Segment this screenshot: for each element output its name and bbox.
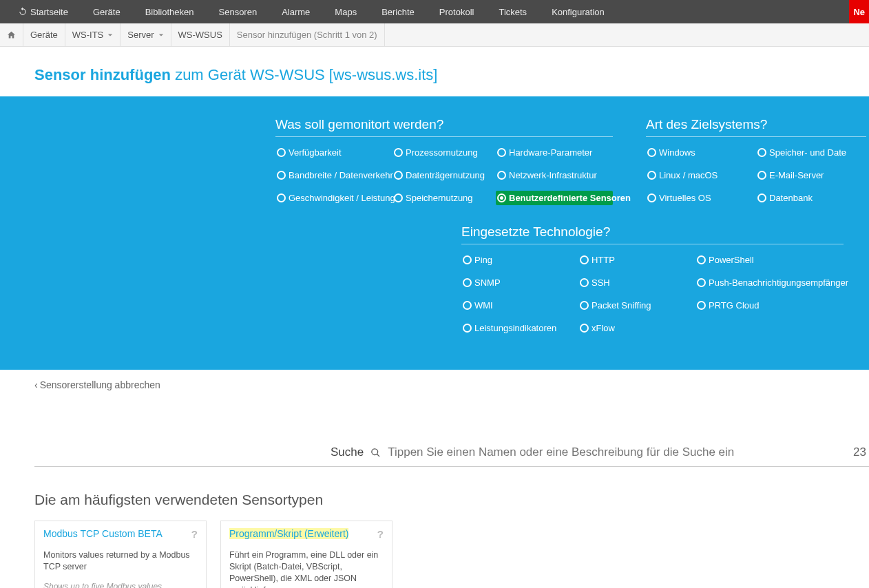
page-title-rest: zum Gerät WS-WSUS [ws-wsus.ws.its] [175, 66, 437, 83]
filter-panel: Was soll gemonitort werden? Verfügbarkei… [0, 96, 869, 370]
nav-item[interactable]: Berichte [369, 7, 427, 17]
filter-monitor-title: Was soll gemonitort werden? [275, 117, 613, 137]
filter-option[interactable]: Datenträgernutzung [392, 168, 496, 182]
filter-option[interactable]: Speichernutzung [392, 191, 496, 205]
radio-icon [277, 171, 286, 180]
radio-icon [463, 278, 472, 287]
sensor-card[interactable]: Programm/Skript (Erweitert)?Führt ein Pr… [220, 521, 392, 588]
page-content: Sensor hinzufügen zum Gerät WS-WSUS [ws-… [0, 47, 869, 84]
search-count: 23 [853, 445, 869, 459]
radio-icon [757, 171, 766, 180]
radio-icon [497, 193, 506, 202]
filter-tech: Eingesetzte Technologie? PingSNMPWMILeis… [461, 224, 869, 335]
filter-option[interactable]: Netzwerk-Infrastruktur [496, 168, 613, 182]
radio-icon [394, 193, 403, 202]
radio-icon [757, 148, 766, 157]
cancel-label: Sensorerstellung abbrechen [40, 379, 160, 390]
nav-item[interactable]: Geräte [81, 7, 133, 17]
search-label: Suche [331, 445, 364, 459]
filter-monitor: Was soll gemonitort werden? Verfügbarkei… [275, 117, 613, 205]
radio-icon [463, 301, 472, 310]
filter-option[interactable]: Leistungsindikatoren [461, 321, 578, 335]
nav-item[interactable]: Konfiguration [539, 7, 617, 17]
breadcrumb-item[interactable]: Server [121, 23, 171, 46]
radio-icon [757, 193, 766, 202]
filter-option[interactable]: Verfügbarkeit [275, 145, 392, 160]
nav-item[interactable]: Protokoll [427, 7, 487, 17]
filter-target-title: Art des Zielsystems? [646, 117, 866, 137]
filter-option[interactable]: Packet Sniffing [578, 298, 695, 313]
filter-target: Art des Zielsystems? WindowsLinux / macO… [646, 117, 866, 205]
filter-option[interactable]: xFlow [578, 321, 695, 335]
filter-option[interactable]: Windows [646, 145, 756, 160]
filter-option[interactable]: SNMP [461, 275, 578, 290]
radio-icon [394, 148, 403, 157]
radio-icon [697, 301, 706, 310]
breadcrumb: GeräteWS-ITSServerWS-WSUS Sensor hinzufü… [0, 23, 869, 47]
radio-icon [497, 171, 506, 180]
chevron-left-icon: ‹ [34, 379, 38, 390]
filter-tech-title: Eingesetzte Technologie? [461, 224, 844, 244]
radio-icon [277, 193, 286, 202]
radio-icon [580, 324, 589, 333]
filter-option[interactable]: Ping [461, 253, 578, 267]
top-nav: Startseite GeräteBibliothekenSensorenAla… [0, 0, 869, 23]
filter-option[interactable]: WMI [461, 298, 578, 313]
radio-icon [497, 148, 506, 157]
filter-option[interactable]: E-Mail-Server [756, 168, 866, 182]
caret-down-icon [158, 32, 164, 38]
search-input[interactable] [388, 443, 846, 462]
radio-icon [697, 278, 706, 287]
filter-option[interactable]: Push-Benachrichtigungsempfänger [695, 275, 847, 290]
nav-home[interactable]: Startseite [6, 7, 81, 17]
page-title-strong: Sensor hinzufügen [34, 66, 171, 83]
section-title: Die am häufigsten verwendeten Sensortype… [34, 492, 869, 508]
nav-home-label: Startseite [30, 7, 68, 17]
card-desc: Monitors values returned by a Modbus TCP… [43, 549, 198, 573]
nav-item[interactable]: Maps [322, 7, 369, 17]
breadcrumb-item[interactable]: Geräte [23, 23, 65, 46]
filter-option[interactable]: Virtuelles OS [646, 191, 756, 205]
breadcrumb-item[interactable]: WS-ITS [65, 23, 121, 46]
card-note: Shows up to five Modbus values. [43, 581, 198, 588]
filter-option[interactable]: Prozessornutzung [392, 145, 496, 160]
filter-option[interactable]: Linux / macOS [646, 168, 756, 182]
help-icon[interactable]: ? [191, 528, 198, 540]
sensor-cards: Modbus TCP Custom BETA?Monitors values r… [34, 521, 869, 588]
radio-icon [463, 324, 472, 333]
home-icon [7, 30, 16, 39]
filter-option[interactable]: PRTG Cloud [695, 298, 847, 313]
breadcrumb-item[interactable]: WS-WSUS [171, 23, 230, 46]
nav-item[interactable]: Sensoren [207, 7, 270, 17]
filter-option[interactable]: PowerShell [695, 253, 847, 267]
radio-icon [394, 171, 403, 180]
search-row: Suche 23 [34, 443, 869, 467]
filter-option[interactable]: Bandbreite / Datenverkehr [275, 168, 392, 182]
new-button[interactable]: Ne [849, 0, 869, 23]
radio-icon [580, 301, 589, 310]
sensor-card[interactable]: Modbus TCP Custom BETA?Monitors values r… [34, 521, 207, 588]
radio-icon [647, 193, 656, 202]
filter-option[interactable]: HTTP [578, 253, 695, 267]
cancel-link[interactable]: ‹ Sensorerstellung abbrechen [34, 379, 160, 390]
filter-option[interactable]: Benutzerdefinierte Sensoren [496, 191, 613, 205]
radio-icon [647, 171, 656, 180]
caret-down-icon [107, 32, 113, 38]
nav-item[interactable]: Alarme [269, 7, 322, 17]
card-title: Programm/Skript (Erweitert) [229, 528, 348, 539]
radio-icon [463, 255, 472, 264]
filter-option[interactable]: Geschwindigkeit / Leistung [275, 191, 392, 205]
filter-option[interactable]: Datenbank [756, 191, 866, 205]
breadcrumb-home[interactable] [0, 23, 23, 46]
filter-option[interactable]: Speicher- und Date [756, 145, 866, 160]
radio-icon [277, 148, 286, 157]
filter-option[interactable]: SSH [578, 275, 695, 290]
nav-item[interactable]: Bibliotheken [133, 7, 207, 17]
help-icon[interactable]: ? [377, 528, 384, 540]
radio-icon [580, 255, 589, 264]
radio-icon [647, 148, 656, 157]
radio-icon [580, 278, 589, 287]
radio-icon [697, 255, 706, 264]
nav-item[interactable]: Tickets [486, 7, 539, 17]
filter-option[interactable]: Hardware-Parameter [496, 145, 613, 160]
